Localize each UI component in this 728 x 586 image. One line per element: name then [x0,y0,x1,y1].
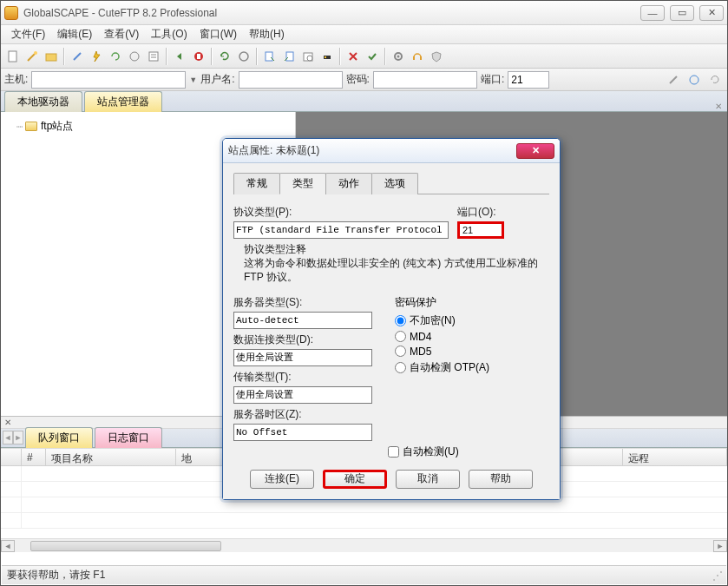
svg-point-3 [130,52,139,61]
svg-rect-15 [325,56,326,58]
tab-local-drives[interactable]: 本地驱动器 [4,91,82,112]
window-titlebar: GlobalSCAPE - CuteFTP 8.2 Professional —… [1,1,727,25]
tool-icon[interactable] [126,48,143,65]
headset-icon[interactable] [409,48,426,65]
small-refresh-icon[interactable] [706,71,724,89]
menu-help[interactable]: 帮助(H) [244,25,290,43]
connect-icon[interactable] [69,48,86,65]
folder-icon[interactable] [43,48,60,65]
radio-md4[interactable]: MD4 [395,331,489,343]
connect-go-icon[interactable] [665,71,682,89]
tab-general[interactable]: 常规 [233,173,280,194]
delete-icon[interactable] [344,48,362,65]
dialog-tabs: 常规 类型 动作 选项 [233,172,549,194]
new-icon[interactable] [4,48,22,65]
tab-log[interactable]: 日志窗口 [95,427,162,448]
password-group-label: 密码保护 [395,295,489,310]
tz-select[interactable]: No Offset [233,424,372,441]
menu-tools[interactable]: 工具(O) [146,25,192,43]
radio-md5-input[interactable] [395,346,406,357]
back-icon[interactable] [171,48,188,65]
tab-queue[interactable]: 队列窗口 [25,427,93,448]
menu-view[interactable]: 查看(V) [99,25,144,43]
horizontal-scrollbar[interactable]: ◄ ► [1,538,727,552]
svg-rect-10 [266,52,272,61]
check-icon[interactable] [364,48,381,65]
upload-icon[interactable] [261,48,279,65]
col-remote[interactable]: 远程 [623,449,727,465]
col-name[interactable]: 项目名称 [46,449,176,465]
dialog-port-input[interactable] [457,221,504,239]
tabs-close-icon[interactable]: ✕ [715,102,722,111]
toolbar [1,44,727,69]
pass-label: 密码: [346,72,370,87]
tab-type[interactable]: 类型 [279,173,326,194]
host-input[interactable] [31,71,186,89]
host-label: 主机: [4,72,28,87]
tab-scroll-right-icon[interactable]: ► [13,431,23,444]
close-button[interactable]: ✕ [699,5,724,21]
resize-grip-icon: ⋰ [712,570,721,582]
radio-otp-input[interactable] [395,362,406,373]
tz-auto-check[interactable]: 自动检测(U) [388,444,549,459]
tab-options[interactable]: 选项 [371,173,418,194]
dialog-close-button[interactable]: ✕ [516,143,554,159]
maximize-button[interactable]: ▭ [670,5,694,21]
globe-icon[interactable] [685,71,703,89]
reconnect-icon[interactable] [107,48,124,65]
user-label: 用户名: [200,72,234,87]
connect-button[interactable]: 连接(E) [250,470,314,489]
shield-icon[interactable] [428,48,445,65]
menu-edit[interactable]: 编辑(E) [52,25,97,43]
wizard-icon[interactable] [23,48,41,65]
tz-auto-checkbox[interactable] [388,446,399,458]
ok-button[interactable]: 确定 [323,470,387,489]
svg-rect-11 [286,52,293,61]
radio-none[interactable]: 不加密(N) [395,313,489,328]
tab-site-manager[interactable]: 站点管理器 [84,91,162,112]
tab-scroll-left-icon[interactable]: ◄ [3,431,13,444]
help-button[interactable]: 帮助 [469,470,533,489]
execute-icon[interactable] [318,48,336,65]
tree-root-item[interactable]: ┈ ftp站点 [4,117,292,135]
note-body: 这将为命令和数据处理以非安全的 (纯文本) 方式使用工业标准的 FTP 协议。 [244,256,549,284]
menu-file[interactable]: 文件(F) [6,25,50,43]
col-addr[interactable]: 地 [176,449,228,465]
data-conn-select[interactable]: 使用全局设置 [233,349,372,366]
home-icon[interactable] [235,48,253,65]
grid-row [1,497,727,513]
col-status[interactable] [1,449,22,465]
folder-icon [25,122,37,131]
menu-bar: 文件(F) 编辑(E) 查看(V) 工具(O) 窗口(W) 帮助(H) [1,25,727,44]
user-input[interactable] [239,71,343,89]
scroll-right-icon[interactable]: ► [713,540,727,552]
radio-md4-input[interactable] [395,331,406,342]
protocol-select[interactable]: FTP (standard File Transfer Protocol [233,221,449,239]
port-input[interactable] [508,71,549,89]
radio-none-input[interactable] [395,315,406,326]
window-title: GlobalSCAPE - CuteFTP 8.2 Professional [23,7,640,19]
pass-input[interactable] [373,71,477,89]
scroll-left-icon[interactable]: ◄ [1,540,15,552]
refresh-icon[interactable] [216,48,233,65]
cancel-button[interactable]: 取消 [396,470,460,489]
gear-icon[interactable] [390,48,407,65]
svg-point-17 [397,55,400,57]
bottom-close-icon[interactable]: ✕ [4,418,11,427]
tab-action[interactable]: 动作 [325,173,372,194]
minimize-button[interactable]: — [640,5,665,21]
scroll-thumb[interactable] [30,541,221,551]
stop-icon[interactable] [190,48,207,65]
menu-window[interactable]: 窗口(W) [194,25,242,43]
col-hash[interactable]: # [22,449,46,465]
radio-md5[interactable]: MD5 [395,346,489,358]
quick-icon[interactable] [88,48,105,65]
transfer-select[interactable]: 使用全局设置 [233,386,372,404]
schedule-icon[interactable] [299,48,317,65]
list-icon[interactable] [145,48,162,65]
svg-point-20 [690,76,698,84]
radio-otp[interactable]: 自动检测 OTP(A) [395,360,489,375]
server-type-select[interactable]: Auto-detect [233,312,372,329]
download-icon[interactable] [280,48,298,65]
svg-point-13 [307,56,312,61]
